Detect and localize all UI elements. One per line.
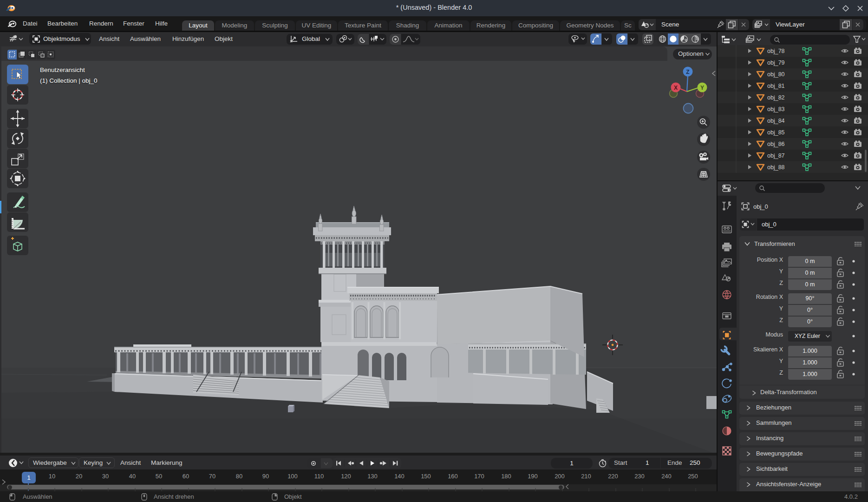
svg-text:X: X — [674, 85, 678, 91]
svg-text:Z: Z — [686, 69, 689, 75]
svg-text:Y: Y — [700, 85, 704, 91]
